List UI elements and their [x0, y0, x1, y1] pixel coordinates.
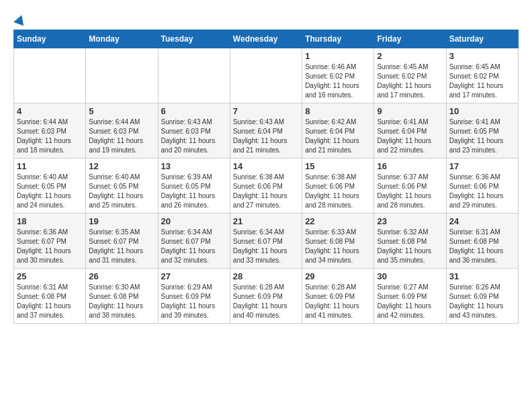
calendar-cell: 15Sunrise: 6:38 AM Sunset: 6:06 PM Dayli… [302, 158, 374, 214]
day-info: Sunrise: 6:40 AM Sunset: 6:05 PM Dayligh… [17, 173, 83, 210]
day-info: Sunrise: 6:34 AM Sunset: 6:07 PM Dayligh… [233, 228, 299, 265]
calendar-cell: 9Sunrise: 6:41 AM Sunset: 6:04 PM Daylig… [374, 103, 446, 158]
day-number: 24 [449, 216, 515, 226]
day-info: Sunrise: 6:40 AM Sunset: 6:05 PM Dayligh… [89, 173, 154, 210]
logo [13, 13, 26, 23]
calendar-cell: 20Sunrise: 6:34 AM Sunset: 6:07 PM Dayli… [158, 214, 230, 269]
day-number: 21 [233, 216, 299, 226]
calendar-cell: 23Sunrise: 6:32 AM Sunset: 6:08 PM Dayli… [374, 214, 446, 269]
calendar-header-wednesday: Wednesday [230, 30, 302, 48]
calendar-week-1: 1Sunrise: 6:46 AM Sunset: 6:02 PM Daylig… [14, 48, 519, 103]
day-number: 26 [89, 271, 154, 281]
calendar-cell: 3Sunrise: 6:45 AM Sunset: 6:02 PM Daylig… [446, 48, 518, 103]
calendar-week-5: 25Sunrise: 6:31 AM Sunset: 6:08 PM Dayli… [14, 269, 519, 324]
day-info: Sunrise: 6:31 AM Sunset: 6:08 PM Dayligh… [17, 283, 83, 320]
calendar-cell: 13Sunrise: 6:39 AM Sunset: 6:05 PM Dayli… [158, 158, 230, 214]
calendar-table: SundayMondayTuesdayWednesdayThursdayFrid… [13, 30, 519, 324]
calendar-cell: 2Sunrise: 6:45 AM Sunset: 6:02 PM Daylig… [374, 48, 446, 103]
day-number: 13 [161, 161, 227, 171]
calendar-header-tuesday: Tuesday [158, 30, 230, 48]
day-number: 30 [377, 271, 443, 281]
day-info: Sunrise: 6:28 AM Sunset: 6:09 PM Dayligh… [305, 283, 371, 320]
day-info: Sunrise: 6:45 AM Sunset: 6:02 PM Dayligh… [377, 62, 443, 100]
calendar-header-friday: Friday [374, 30, 446, 48]
day-number: 5 [89, 106, 154, 116]
day-number: 25 [17, 271, 83, 281]
calendar-cell: 7Sunrise: 6:43 AM Sunset: 6:04 PM Daylig… [230, 103, 302, 158]
day-info: Sunrise: 6:37 AM Sunset: 6:06 PM Dayligh… [377, 173, 443, 210]
day-info: Sunrise: 6:32 AM Sunset: 6:08 PM Dayligh… [377, 228, 443, 265]
day-number: 31 [449, 271, 515, 281]
day-number: 10 [449, 106, 515, 116]
day-number: 19 [89, 216, 154, 226]
calendar-cell: 30Sunrise: 6:27 AM Sunset: 6:09 PM Dayli… [374, 269, 446, 324]
day-number: 6 [161, 106, 227, 116]
day-info: Sunrise: 6:26 AM Sunset: 6:09 PM Dayligh… [449, 283, 515, 320]
day-number: 12 [89, 161, 154, 171]
calendar-cell: 31Sunrise: 6:26 AM Sunset: 6:09 PM Dayli… [446, 269, 518, 324]
calendar-week-3: 11Sunrise: 6:40 AM Sunset: 6:05 PM Dayli… [14, 158, 519, 214]
day-number: 20 [161, 216, 227, 226]
day-info: Sunrise: 6:41 AM Sunset: 6:04 PM Dayligh… [377, 118, 443, 155]
day-info: Sunrise: 6:36 AM Sunset: 6:07 PM Dayligh… [17, 228, 83, 265]
calendar-cell: 4Sunrise: 6:44 AM Sunset: 6:03 PM Daylig… [14, 103, 86, 158]
day-number: 27 [161, 271, 227, 281]
day-number: 23 [377, 216, 443, 226]
day-info: Sunrise: 6:35 AM Sunset: 6:07 PM Dayligh… [89, 228, 154, 265]
day-number: 9 [377, 106, 443, 116]
calendar-cell [14, 48, 86, 103]
calendar-cell [86, 48, 158, 103]
day-number: 3 [449, 51, 515, 61]
calendar-cell: 14Sunrise: 6:38 AM Sunset: 6:06 PM Dayli… [230, 158, 302, 214]
day-info: Sunrise: 6:31 AM Sunset: 6:08 PM Dayligh… [449, 228, 515, 265]
calendar-week-2: 4Sunrise: 6:44 AM Sunset: 6:03 PM Daylig… [14, 103, 519, 158]
day-info: Sunrise: 6:30 AM Sunset: 6:08 PM Dayligh… [89, 283, 154, 320]
calendar-cell: 28Sunrise: 6:28 AM Sunset: 6:09 PM Dayli… [230, 269, 302, 324]
day-info: Sunrise: 6:45 AM Sunset: 6:02 PM Dayligh… [449, 62, 515, 100]
calendar-cell [158, 48, 230, 103]
day-number: 7 [233, 106, 299, 116]
day-info: Sunrise: 6:36 AM Sunset: 6:06 PM Dayligh… [449, 173, 515, 210]
calendar-cell: 12Sunrise: 6:40 AM Sunset: 6:05 PM Dayli… [86, 158, 158, 214]
calendar-cell: 26Sunrise: 6:30 AM Sunset: 6:08 PM Dayli… [86, 269, 158, 324]
calendar-header-thursday: Thursday [302, 30, 374, 48]
calendar-cell: 21Sunrise: 6:34 AM Sunset: 6:07 PM Dayli… [230, 214, 302, 269]
day-info: Sunrise: 6:34 AM Sunset: 6:07 PM Dayligh… [161, 228, 227, 265]
day-number: 4 [17, 106, 83, 116]
calendar-cell [230, 48, 302, 103]
day-number: 14 [233, 161, 299, 171]
calendar-cell: 25Sunrise: 6:31 AM Sunset: 6:08 PM Dayli… [14, 269, 86, 324]
calendar-header-monday: Monday [86, 30, 158, 48]
calendar-cell: 19Sunrise: 6:35 AM Sunset: 6:07 PM Dayli… [86, 214, 158, 269]
day-info: Sunrise: 6:27 AM Sunset: 6:09 PM Dayligh… [377, 283, 443, 320]
svg-marker-0 [14, 13, 26, 26]
day-number: 8 [305, 106, 371, 116]
day-number: 16 [377, 161, 443, 171]
day-info: Sunrise: 6:33 AM Sunset: 6:08 PM Dayligh… [305, 228, 371, 265]
day-number: 22 [305, 216, 371, 226]
calendar-cell: 11Sunrise: 6:40 AM Sunset: 6:05 PM Dayli… [14, 158, 86, 214]
calendar-cell: 17Sunrise: 6:36 AM Sunset: 6:06 PM Dayli… [446, 158, 518, 214]
day-info: Sunrise: 6:28 AM Sunset: 6:09 PM Dayligh… [233, 283, 299, 320]
day-info: Sunrise: 6:46 AM Sunset: 6:02 PM Dayligh… [305, 62, 371, 100]
calendar-cell: 18Sunrise: 6:36 AM Sunset: 6:07 PM Dayli… [14, 214, 86, 269]
day-info: Sunrise: 6:38 AM Sunset: 6:06 PM Dayligh… [233, 173, 299, 210]
calendar-cell: 6Sunrise: 6:43 AM Sunset: 6:03 PM Daylig… [158, 103, 230, 158]
calendar-header-sunday: Sunday [14, 30, 86, 48]
day-info: Sunrise: 6:43 AM Sunset: 6:03 PM Dayligh… [161, 118, 227, 155]
day-number: 17 [449, 161, 515, 171]
day-number: 2 [377, 51, 443, 61]
calendar-cell: 16Sunrise: 6:37 AM Sunset: 6:06 PM Dayli… [374, 158, 446, 214]
day-number: 29 [305, 271, 371, 281]
calendar-cell: 8Sunrise: 6:42 AM Sunset: 6:04 PM Daylig… [302, 103, 374, 158]
day-info: Sunrise: 6:41 AM Sunset: 6:05 PM Dayligh… [449, 118, 515, 155]
calendar-cell: 27Sunrise: 6:29 AM Sunset: 6:09 PM Dayli… [158, 269, 230, 324]
calendar-cell: 29Sunrise: 6:28 AM Sunset: 6:09 PM Dayli… [302, 269, 374, 324]
day-number: 15 [305, 161, 371, 171]
calendar-cell: 22Sunrise: 6:33 AM Sunset: 6:08 PM Dayli… [302, 214, 374, 269]
day-number: 1 [305, 51, 371, 61]
day-info: Sunrise: 6:44 AM Sunset: 6:03 PM Dayligh… [89, 118, 154, 155]
calendar-week-4: 18Sunrise: 6:36 AM Sunset: 6:07 PM Dayli… [14, 214, 519, 269]
calendar-header-row: SundayMondayTuesdayWednesdayThursdayFrid… [14, 30, 519, 48]
logo-icon [14, 13, 26, 26]
